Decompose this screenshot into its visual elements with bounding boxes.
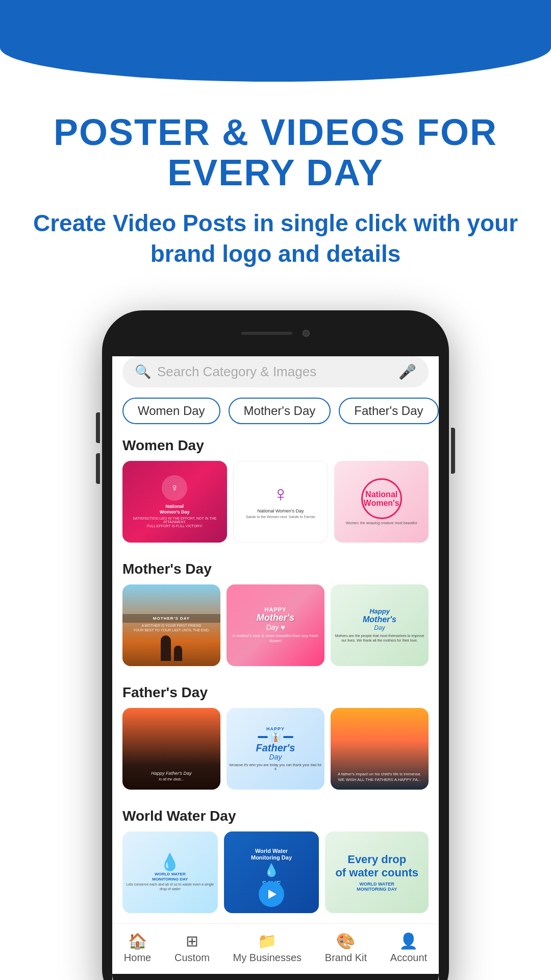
women-day-title: Women Day xyxy=(122,437,429,454)
play-button[interactable] xyxy=(259,881,284,907)
water-day-grid: 💧 WORLD WATERMONITORING DAY Lets conserv… xyxy=(122,831,429,913)
account-icon: 👤 xyxy=(399,932,418,950)
nav-custom-label: Custom xyxy=(174,952,210,964)
mothers-day-title: Mother's Day xyxy=(122,561,429,577)
nav-home[interactable]: 🏠 Home xyxy=(124,932,151,964)
chip-mothers-day[interactable]: Mother's Day xyxy=(229,398,331,424)
search-input[interactable]: Search Category & Images xyxy=(157,364,392,380)
mothers-day-section: Mother's Day MOTHER'S DAY A MOTHER IS YO… xyxy=(112,553,439,666)
fathers-day-section: Father's Day Happy Father's Dayto all th… xyxy=(112,676,439,790)
water-day-title: World Water Day xyxy=(122,808,429,824)
nav-custom[interactable]: ⊞ Custom xyxy=(174,932,210,964)
women-card-3[interactable]: NationalWomen's Women: the amazing creat… xyxy=(334,461,429,543)
chip-fathers-day[interactable]: Father's Day xyxy=(339,398,438,424)
water-day-section: World Water Day 💧 WORLD WATERMONITORING … xyxy=(112,800,439,913)
water-card-3[interactable]: Every dropof water counts WORLD WATERMON… xyxy=(325,831,429,913)
women-card-2[interactable]: ♀ National Women's DaySalute to the Wome… xyxy=(233,461,329,543)
mothers-card-1[interactable]: MOTHER'S DAY A MOTHER IS YOUR FIRST FRIE… xyxy=(122,584,220,666)
custom-icon: ⊞ xyxy=(186,932,198,950)
search-bar[interactable]: 🔍 Search Category & Images 🎤 xyxy=(122,356,429,387)
nav-brand[interactable]: 🎨 Brand Kit xyxy=(325,932,367,964)
women-day-grid: ♀ NationalWomen's Day SATISFACTION LIES … xyxy=(122,461,429,543)
mothers-card-3[interactable]: Happy Mother's Day Mothers are the peopl… xyxy=(331,584,429,666)
nav-account[interactable]: 👤 Account xyxy=(390,932,427,964)
women-day-section: Women Day ♀ NationalWomen's Day SATISFAC… xyxy=(112,429,439,543)
fathers-card-1[interactable]: Happy Father's Dayto all the dads... xyxy=(122,708,220,790)
fathers-card-2[interactable]: Happy 👔 Father's Day because it's who yo… xyxy=(227,708,324,790)
mothers-day-grid: MOTHER'S DAY A MOTHER IS YOUR FIRST FRIE… xyxy=(122,584,429,666)
filter-chips: Women Day Mother's Day Father's Day xyxy=(112,387,439,429)
mothers-card-2[interactable]: Happy Mother's Day ♥ A mother's love is … xyxy=(227,584,324,666)
women-card-1[interactable]: ♀ NationalWomen's Day SATISFACTION LIES … xyxy=(122,461,227,543)
hero-subtitle: Create Video Posts in single click with … xyxy=(31,208,520,270)
water-card-1[interactable]: 💧 WORLD WATERMONITORING DAY Lets conserv… xyxy=(122,831,218,913)
nav-businesses[interactable]: 📁 My Businesses xyxy=(233,932,302,964)
businesses-icon: 📁 xyxy=(258,932,277,950)
fathers-day-title: Father's Day xyxy=(122,684,429,701)
nav-home-label: Home xyxy=(124,952,151,964)
fathers-card-3[interactable]: A father's impact on his child's life is… xyxy=(331,708,429,790)
nav-account-label: Account xyxy=(390,952,427,964)
hero-title: Poster & Videos For Every Day xyxy=(31,112,520,193)
search-icon: 🔍 xyxy=(135,364,151,380)
brand-icon: 🎨 xyxy=(336,932,355,950)
chip-women-day[interactable]: Women Day xyxy=(122,398,220,424)
bottom-nav: 🏠 Home ⊞ Custom 📁 My Businesses 🎨 Brand … xyxy=(112,923,439,974)
water-card-2[interactable]: World WaterMonitoring Day 💧 SAVE Water xyxy=(224,831,319,913)
mic-icon[interactable]: 🎤 xyxy=(398,363,416,380)
nav-brand-label: Brand Kit xyxy=(325,952,367,964)
fathers-day-grid: Happy Father's Dayto all the dads... Hap… xyxy=(122,708,429,790)
home-icon: 🏠 xyxy=(128,932,147,950)
phone-mockup: 🔍 Search Category & Images 🎤 Women Day M… xyxy=(102,310,449,980)
nav-businesses-label: My Businesses xyxy=(233,952,302,964)
